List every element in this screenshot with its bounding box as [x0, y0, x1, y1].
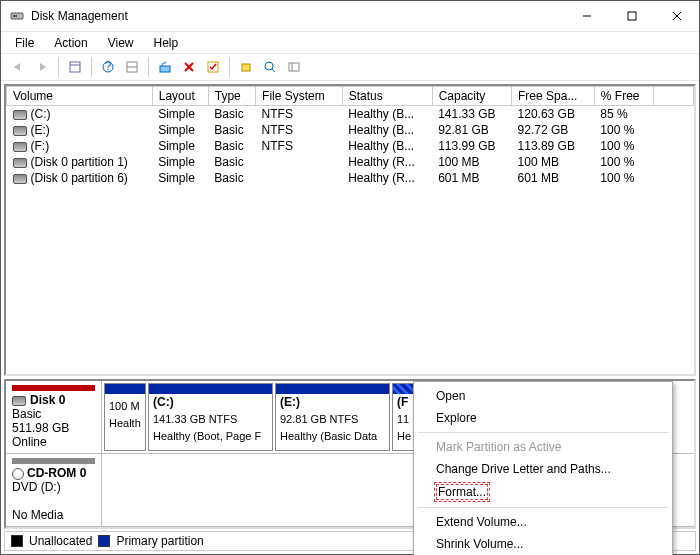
- menu-mark-active: Mark Partition as Active: [416, 436, 670, 458]
- col-capacity[interactable]: Capacity: [432, 87, 511, 106]
- toolbar-button[interactable]: [154, 56, 176, 78]
- col-free[interactable]: Free Spa...: [512, 87, 595, 106]
- check-button[interactable]: [202, 56, 224, 78]
- volume-row[interactable]: (F:)SimpleBasicNTFSHealthy (B...113.99 G…: [7, 138, 694, 154]
- volume-list[interactable]: Volume Layout Type File System Status Ca…: [4, 84, 696, 376]
- help-button[interactable]: ?: [97, 56, 119, 78]
- disk-icon: [12, 396, 26, 406]
- drive-icon: [13, 158, 27, 168]
- menu-file[interactable]: File: [5, 34, 44, 52]
- disk-state: Online: [12, 435, 47, 449]
- col-filesystem[interactable]: File System: [256, 87, 343, 106]
- disk-title: Disk 0: [30, 393, 65, 407]
- drive-icon: [13, 174, 27, 184]
- toolbar-button[interactable]: [64, 56, 86, 78]
- legend-primary-swatch: [98, 535, 110, 547]
- disk-size: 511.98 GB: [12, 421, 69, 435]
- svg-rect-16: [242, 64, 250, 71]
- drive-icon: [13, 126, 27, 136]
- col-status[interactable]: Status: [342, 87, 432, 106]
- partition[interactable]: (C:)141.33 GB NTFSHealthy (Boot, Page F: [148, 383, 273, 451]
- volume-row[interactable]: (Disk 0 partition 6)SimpleBasicHealthy (…: [7, 170, 694, 186]
- toolbar-button[interactable]: [283, 56, 305, 78]
- menu-shrink-volume[interactable]: Shrink Volume...: [416, 533, 670, 555]
- column-headers: Volume Layout Type File System Status Ca…: [7, 87, 694, 106]
- delete-button[interactable]: [178, 56, 200, 78]
- cdrom-state: No Media: [12, 508, 63, 522]
- menu-open[interactable]: Open: [416, 385, 670, 407]
- close-button[interactable]: [654, 1, 699, 31]
- minimize-button[interactable]: [564, 1, 609, 31]
- toolbar: ?: [1, 53, 699, 81]
- cdrom-title: CD-ROM 0: [27, 466, 86, 480]
- partition[interactable]: 100 MHealth: [104, 383, 146, 451]
- svg-text:?: ?: [105, 60, 112, 73]
- legend-unallocated-label: Unallocated: [29, 534, 92, 548]
- drive-icon: [13, 110, 27, 120]
- svg-rect-1: [13, 15, 17, 17]
- volume-row[interactable]: (C:)SimpleBasicNTFSHealthy (B...141.33 G…: [7, 106, 694, 123]
- svg-rect-6: [70, 62, 80, 72]
- menu-extend-volume[interactable]: Extend Volume...: [416, 511, 670, 533]
- col-volume[interactable]: Volume: [7, 87, 153, 106]
- legend-unallocated-swatch: [11, 535, 23, 547]
- svg-line-18: [272, 69, 275, 72]
- cdrom-icon: [12, 468, 24, 480]
- cdrom-header[interactable]: CD-ROM 0 DVD (D:) No Media: [6, 454, 102, 526]
- menu-format[interactable]: Format...: [416, 480, 670, 504]
- toolbar-button[interactable]: [259, 56, 281, 78]
- col-pctfree[interactable]: % Free: [594, 87, 653, 106]
- menubar: File Action View Help: [1, 31, 699, 53]
- toolbar-button[interactable]: [121, 56, 143, 78]
- app-icon: [9, 8, 25, 24]
- svg-rect-19: [289, 63, 299, 71]
- context-menu: Open Explore Mark Partition as Active Ch…: [413, 381, 673, 555]
- svg-rect-12: [160, 66, 170, 72]
- svg-point-17: [265, 62, 273, 70]
- col-type[interactable]: Type: [208, 87, 255, 106]
- menu-change-drive-letter[interactable]: Change Drive Letter and Paths...: [416, 458, 670, 480]
- menu-action[interactable]: Action: [44, 34, 97, 52]
- cdrom-sub: DVD (D:): [12, 480, 61, 494]
- toolbar-button[interactable]: [235, 56, 257, 78]
- partition[interactable]: (E:)92.81 GB NTFSHealthy (Basic Data: [275, 383, 390, 451]
- menu-view[interactable]: View: [98, 34, 144, 52]
- disk-type: Basic: [12, 407, 41, 421]
- window-title: Disk Management: [31, 9, 564, 23]
- volume-row[interactable]: (Disk 0 partition 1)SimpleBasicHealthy (…: [7, 154, 694, 170]
- titlebar: Disk Management: [1, 1, 699, 31]
- disk-header[interactable]: Disk 0 Basic 511.98 GB Online: [6, 381, 102, 453]
- col-layout[interactable]: Layout: [152, 87, 208, 106]
- disk-management-window: Disk Management File Action View Help ? …: [0, 0, 700, 555]
- legend-primary-label: Primary partition: [116, 534, 203, 548]
- back-button: [7, 56, 29, 78]
- forward-button: [31, 56, 53, 78]
- svg-rect-3: [628, 12, 636, 20]
- menu-help[interactable]: Help: [144, 34, 189, 52]
- maximize-button[interactable]: [609, 1, 654, 31]
- volume-row[interactable]: (E:)SimpleBasicNTFSHealthy (B...92.81 GB…: [7, 122, 694, 138]
- drive-icon: [13, 142, 27, 152]
- menu-explore[interactable]: Explore: [416, 407, 670, 429]
